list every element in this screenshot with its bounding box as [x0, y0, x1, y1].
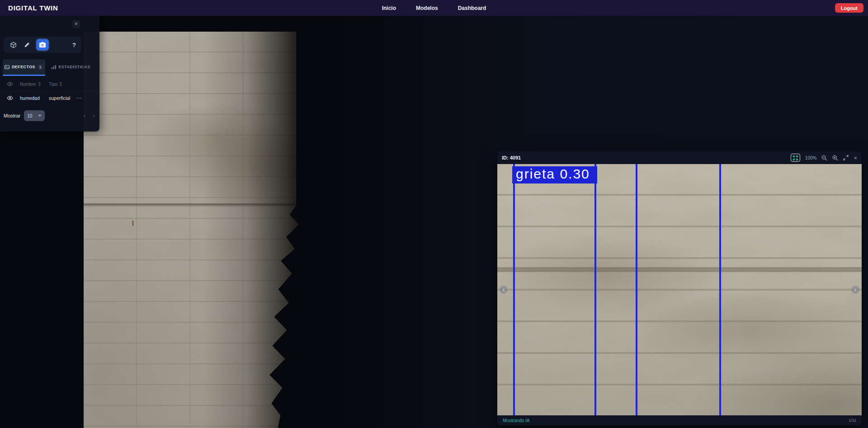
column-header-nombre[interactable]: Nombre [16, 82, 45, 87]
prev-page-button[interactable]: ‹ [84, 113, 86, 119]
chevron-left-icon: ‹ [84, 112, 86, 119]
close-icon: × [854, 155, 857, 161]
pencil-icon [24, 42, 30, 48]
page-indicator: 1/11 [849, 418, 856, 423]
carousel-next-button[interactable]: › [851, 286, 859, 294]
ellipsis-icon: ··· [76, 95, 82, 101]
chevron-right-icon: › [854, 287, 856, 293]
defects-table-header: Nombre Tipo [4, 79, 96, 89]
sort-icon [38, 82, 41, 86]
zoom-out-button[interactable] [821, 155, 827, 161]
viewer-controls: 100% × [791, 154, 857, 162]
help-button[interactable]: ? [71, 41, 77, 49]
tools-toolbar: ? [4, 37, 81, 53]
nav-link-modelos[interactable]: Modelos [416, 5, 438, 11]
camera-tool-button[interactable] [37, 39, 48, 50]
close-icon: × [75, 21, 78, 27]
diagonal-arrows-icon [843, 155, 849, 160]
defect-type-cell: superficial [45, 95, 76, 101]
tab-defectos[interactable]: DEFECTOS 1 [3, 59, 45, 75]
bar-chart-icon [52, 65, 56, 69]
carousel-prev-button[interactable]: ‹ [500, 286, 508, 294]
camera-icon [39, 42, 46, 47]
crack-line [594, 164, 596, 415]
model-tool-button[interactable] [9, 41, 18, 49]
visibility-toggle[interactable] [6, 95, 14, 101]
chevron-right-icon: › [93, 112, 95, 119]
eye-icon [7, 82, 13, 86]
image-icon [5, 65, 9, 69]
wall-shadow-edge [84, 32, 301, 428]
main-nav: Inicio Modelos Dashboard [382, 5, 486, 11]
zoom-out-icon [821, 155, 827, 161]
defects-count-badge: 1 [38, 64, 43, 70]
viewer-title: ID: 4091 [502, 155, 521, 160]
tab-estadisticas-label: ESTADÍSTICAS [58, 65, 90, 69]
nav-link-dashboard[interactable]: Dashboard [458, 5, 486, 11]
table-pagination: Mostrar 10 ‹ › [4, 109, 96, 122]
fullscreen-button[interactable] [843, 155, 849, 160]
cube-icon [10, 42, 17, 48]
defects-panel: × ? DEFECTOS [0, 16, 99, 132]
page-size-value: 10 [27, 113, 32, 118]
row-menu-button[interactable]: ··· [76, 95, 82, 101]
photo-grain-overlay [497, 164, 862, 415]
tab-estadisticas[interactable]: ESTADÍSTICAS [45, 59, 97, 75]
crack-line [719, 164, 721, 415]
fit-view-button[interactable] [791, 154, 800, 162]
mortar-band [497, 267, 862, 272]
active-tab-indicator [3, 75, 45, 76]
status-text: Mostrando IA [503, 418, 529, 423]
next-page-button[interactable]: › [93, 113, 95, 119]
zoom-level-label: 100% [805, 155, 817, 160]
zoom-in-button[interactable] [832, 155, 838, 161]
expand-arrows-icon [793, 155, 798, 160]
chevron-left-icon: ‹ [503, 287, 505, 293]
viewer-footer: Mostrando IA 1/11 [497, 415, 862, 425]
question-icon: ? [72, 42, 76, 48]
draw-tool-button[interactable] [23, 41, 31, 49]
annotation-label: grieta 0.30 [512, 166, 597, 183]
top-navbar: DIGITAL TWIN Inicio Modelos Dashboard Lo… [0, 0, 868, 16]
zoom-in-icon [832, 155, 838, 161]
viewer-close-button[interactable]: × [854, 155, 857, 161]
defect-name-cell: humedad [16, 95, 45, 101]
chevron-down-icon [38, 115, 42, 117]
eye-icon [7, 96, 13, 100]
show-label: Mostrar [4, 113, 20, 118]
logout-button[interactable]: Logout [835, 3, 863, 13]
crack-line [636, 164, 637, 415]
viewer-header: ID: 4091 100% [497, 151, 862, 164]
defect-viewer-modal: ID: 4091 100% [497, 151, 862, 425]
nav-link-inicio[interactable]: Inicio [382, 5, 396, 11]
panel-tabs: DEFECTOS 1 ESTADÍSTICAS [3, 59, 97, 75]
tab-defectos-label: DEFECTOS [12, 65, 35, 69]
page-size-select[interactable]: 10 [24, 110, 45, 121]
brand-logo: DIGITAL TWIN [8, 4, 58, 12]
concrete-wall-model[interactable] [84, 32, 301, 428]
defect-table-row[interactable]: humedad superficial ··· [0, 91, 99, 104]
sort-icon [59, 82, 62, 86]
panel-close-button[interactable]: × [72, 20, 80, 28]
column-header-tipo[interactable]: Tipo [45, 82, 76, 87]
crack-line [513, 164, 515, 415]
defect-photo[interactable]: grieta 0.30 ‹ › [497, 164, 862, 415]
